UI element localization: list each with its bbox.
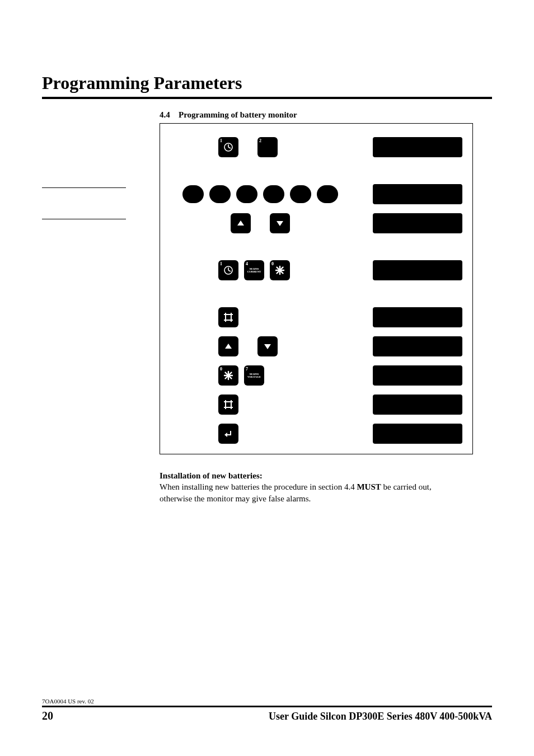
svg-marker-3 (237, 220, 244, 226)
key-corner-label: 0 (271, 261, 274, 266)
redacted-label (373, 137, 462, 157)
key-corner-label: 1 (220, 138, 222, 143)
key-corner-label: 4 (246, 261, 248, 266)
svg-marker-17 (225, 344, 232, 349)
section-heading: 4.4 Programming of battery monitor (160, 110, 492, 120)
key-star: 0 (218, 365, 238, 386)
svg-marker-18 (264, 344, 271, 349)
star-icon (275, 265, 285, 275)
footer-page-number: 20 (42, 710, 53, 722)
arrow-down-icon (263, 341, 273, 351)
key-corner-label: 2 (259, 138, 261, 143)
key-pill (209, 185, 231, 203)
heading-rule (42, 97, 492, 99)
svg-line-7 (228, 270, 231, 271)
redacted-label (373, 336, 462, 356)
star-icon (223, 370, 233, 381)
arrow-up-icon (223, 341, 233, 351)
redacted-label (373, 260, 462, 280)
footer-doc-title: User Guide Silcon DP300E Series 480V 400… (269, 711, 492, 722)
footer-rule (42, 706, 492, 707)
body-line: When installing new batteries the proced… (160, 482, 357, 491)
redacted-label (373, 365, 462, 386)
key-arrow-down (257, 336, 278, 356)
margin-rule-2 (42, 219, 126, 219)
key-arrow-up (231, 213, 251, 233)
key-star: 0 (270, 260, 290, 280)
body-emphasis: MUST (357, 482, 381, 491)
left-margin-column (42, 109, 160, 250)
key-pill (317, 185, 338, 203)
key-clock: 1 (218, 137, 238, 157)
body-line: otherwise the monitor may give false ala… (160, 494, 311, 503)
svg-rect-23 (226, 402, 231, 407)
margin-rule-1 (42, 187, 126, 188)
key-mains-voltage: 7 MAINS VOLTAGE (244, 365, 264, 386)
key-corner-label: 0 (220, 367, 222, 372)
body-subheading: Installation of new batteries: (160, 471, 263, 480)
body-line: be carried out, (381, 482, 432, 491)
procedure-diagram: 1 2 (160, 123, 473, 454)
key-enter (218, 424, 238, 444)
clock-icon (223, 265, 233, 275)
key-frame (218, 307, 238, 327)
clock-icon (223, 142, 233, 152)
key-pill (290, 185, 311, 203)
section-number: 4.4 (160, 110, 179, 120)
body-paragraph: Installation of new batteries: When inst… (160, 470, 473, 504)
svg-rect-12 (226, 314, 231, 320)
key-sublabel: VOLTAGE (247, 375, 261, 379)
page-heading: Programming Parameters (42, 73, 492, 93)
frame-icon (223, 312, 234, 323)
arrow-down-icon (275, 218, 285, 228)
key-corner-label: 1 (220, 261, 222, 266)
redacted-label (373, 424, 462, 444)
key-corner-label: 7 (246, 367, 248, 372)
key-arrow-up (218, 336, 238, 356)
key-arrow-down (270, 213, 290, 233)
frame-icon (223, 399, 234, 410)
key-sublabel: CURRENT (247, 270, 261, 274)
arrow-up-icon (236, 218, 246, 228)
key-frame (218, 395, 238, 415)
key-pill (236, 185, 257, 203)
section-title: Programming of battery monitor (179, 110, 297, 120)
footer-revision: 7OA0004 US rev. 02 (42, 698, 492, 705)
key-pill (182, 185, 204, 203)
svg-marker-4 (277, 221, 283, 226)
key-clock: 1 (218, 260, 238, 280)
key-blank-2: 2 (257, 137, 278, 157)
enter-icon (223, 428, 234, 439)
svg-line-2 (228, 147, 231, 148)
svg-marker-28 (224, 433, 227, 437)
key-pill (263, 185, 284, 203)
redacted-label (373, 184, 462, 204)
redacted-label (373, 213, 462, 233)
key-mains-current: 4 MAINS CURRENT (244, 260, 264, 280)
redacted-label (373, 307, 462, 327)
redacted-label (373, 395, 462, 415)
